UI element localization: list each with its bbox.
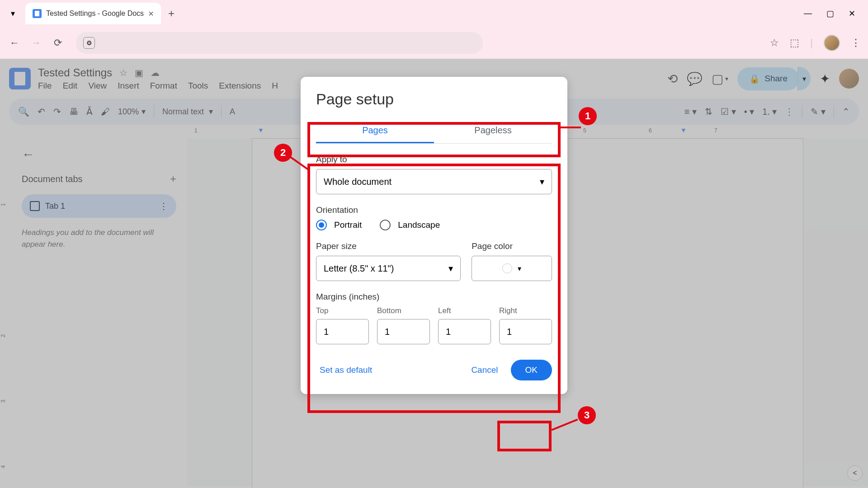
margin-left-label: Left: [438, 306, 491, 315]
margin-bottom-label: Bottom: [377, 306, 430, 315]
paper-size-select[interactable]: Letter (8.5" x 11") ▾: [316, 256, 461, 281]
apply-to-select[interactable]: Whole document ▾: [316, 169, 552, 194]
cancel-button[interactable]: Cancel: [467, 360, 501, 380]
new-tab-button[interactable]: +: [168, 7, 175, 20]
reload-button[interactable]: ⟳: [51, 36, 65, 50]
annotation-badge-3: 3: [578, 406, 596, 424]
annotation-badge-1: 1: [579, 107, 597, 125]
orientation-landscape-radio[interactable]: Landscape: [380, 220, 440, 230]
color-swatch-icon: [502, 263, 512, 273]
bookmark-star-icon[interactable]: ☆: [770, 37, 779, 49]
close-tab-icon[interactable]: ×: [148, 9, 154, 19]
orientation-label: Orientation: [316, 205, 552, 215]
ok-button[interactable]: OK: [511, 360, 552, 380]
profile-avatar[interactable]: [824, 35, 840, 51]
chevron-down-icon: ▾: [448, 263, 453, 274]
tab-title: Tested Settings - Google Docs: [46, 9, 144, 18]
paper-size-label: Paper size: [316, 241, 461, 251]
chevron-down-icon: ▾: [540, 176, 544, 187]
margin-right-input[interactable]: [499, 319, 552, 344]
orientation-portrait-radio[interactable]: Portrait: [316, 220, 362, 230]
tab-pageless[interactable]: Pageless: [434, 119, 552, 143]
forward-button[interactable]: →: [29, 36, 43, 50]
margins-label: Margins (inches): [316, 292, 552, 302]
close-window-icon[interactable]: ✕: [849, 9, 855, 19]
browser-tab[interactable]: Tested Settings - Google Docs ×: [25, 3, 161, 24]
radio-checked-icon: [316, 220, 327, 230]
page-color-label: Page color: [472, 241, 552, 251]
annotation-line-1: [558, 127, 581, 128]
dialog-tabs: Pages Pageless: [316, 119, 552, 144]
margin-bottom-input[interactable]: [377, 319, 430, 344]
browser-tab-strip: ▾ Tested Settings - Google Docs × + — ▢ …: [0, 0, 868, 27]
back-button[interactable]: ←: [7, 36, 22, 50]
apply-to-label: Apply to: [316, 155, 552, 164]
window-controls: — ▢ ✕: [804, 9, 864, 19]
set-as-default-button[interactable]: Set as default: [316, 360, 376, 380]
docs-app: Tested Settings ☆ ▣ ☁ File Edit View Ins…: [0, 59, 868, 488]
tab-list-dropdown[interactable]: ▾: [4, 5, 22, 23]
site-settings-icon[interactable]: ⚙: [83, 37, 95, 49]
docs-favicon-icon: [33, 9, 42, 18]
dialog-title: Page setup: [316, 90, 552, 108]
annotation-badge-2: 2: [274, 144, 292, 162]
maximize-icon[interactable]: ▢: [826, 9, 834, 19]
page-setup-dialog: Page setup Pages Pageless Apply to Whole…: [301, 77, 567, 394]
page-color-select[interactable]: ▾: [472, 256, 552, 281]
chevron-down-icon: ▾: [518, 264, 521, 273]
margin-top-label: Top: [316, 306, 369, 315]
minimize-icon[interactable]: —: [804, 9, 812, 19]
browser-toolbar: ← → ⟳ ⚙ ☆ ⬚ | ⋮: [0, 27, 868, 59]
margin-right-label: Right: [499, 306, 552, 315]
radio-unchecked-icon: [380, 220, 391, 230]
extensions-icon[interactable]: ⬚: [790, 37, 799, 49]
margin-left-input[interactable]: [438, 319, 491, 344]
tab-pages[interactable]: Pages: [316, 119, 434, 143]
browser-menu-icon[interactable]: ⋮: [851, 37, 861, 49]
address-bar[interactable]: ⚙: [76, 32, 483, 54]
margin-top-input[interactable]: [316, 319, 369, 344]
